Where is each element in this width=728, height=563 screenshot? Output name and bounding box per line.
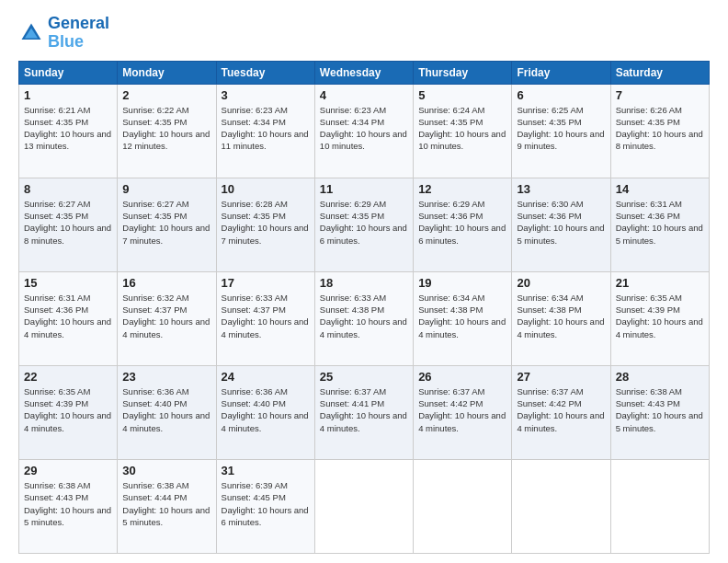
table-row: 21 Sunrise: 6:35 AM Sunset: 4:39 PM Dayl… <box>610 271 709 365</box>
table-row: 3 Sunrise: 6:23 AM Sunset: 4:34 PM Dayli… <box>216 84 314 178</box>
day-number: 31 <box>222 464 310 477</box>
day-number: 7 <box>616 88 704 102</box>
day-number: 14 <box>616 182 704 196</box>
day-number: 26 <box>418 370 506 384</box>
day-info: Sunrise: 6:35 AM Sunset: 4:39 PM Dayligh… <box>24 385 112 434</box>
table-row: 10 Sunrise: 6:28 AM Sunset: 4:35 PM Dayl… <box>216 178 314 271</box>
day-number: 10 <box>222 182 310 196</box>
header-thursday: Thursday <box>414 61 512 84</box>
day-number: 25 <box>320 370 408 384</box>
day-info: Sunrise: 6:28 AM Sunset: 4:35 PM Dayligh… <box>222 198 310 247</box>
day-info: Sunrise: 6:32 AM Sunset: 4:37 PM Dayligh… <box>122 292 210 340</box>
logo-icon <box>18 20 44 46</box>
day-number: 15 <box>24 276 112 290</box>
header-friday: Friday <box>512 61 610 84</box>
table-row: 1 Sunrise: 6:21 AM Sunset: 4:35 PM Dayli… <box>19 84 118 178</box>
day-info: Sunrise: 6:29 AM Sunset: 4:36 PM Dayligh… <box>418 198 506 247</box>
table-row: 30 Sunrise: 6:38 AM Sunset: 4:44 PM Dayl… <box>118 459 216 553</box>
table-row: 8 Sunrise: 6:27 AM Sunset: 4:35 PM Dayli… <box>19 178 118 271</box>
table-row: 20 Sunrise: 6:34 AM Sunset: 4:38 PM Dayl… <box>512 271 610 365</box>
day-info: Sunrise: 6:38 AM Sunset: 4:43 PM Dayligh… <box>24 479 112 528</box>
header-tuesday: Tuesday <box>216 61 314 84</box>
day-number: 4 <box>320 88 408 102</box>
table-row: 19 Sunrise: 6:34 AM Sunset: 4:38 PM Dayl… <box>414 271 512 365</box>
day-info: Sunrise: 6:34 AM Sunset: 4:38 PM Dayligh… <box>418 292 506 340</box>
day-info: Sunrise: 6:37 AM Sunset: 4:42 PM Dayligh… <box>418 385 506 434</box>
table-row: 31 Sunrise: 6:39 AM Sunset: 4:45 PM Dayl… <box>216 459 314 553</box>
table-row <box>512 459 610 553</box>
header-wednesday: Wednesday <box>314 61 413 84</box>
table-row: 29 Sunrise: 6:38 AM Sunset: 4:43 PM Dayl… <box>19 459 118 553</box>
table-row: 7 Sunrise: 6:26 AM Sunset: 4:35 PM Dayli… <box>610 84 709 178</box>
header-sunday: Sunday <box>19 61 118 84</box>
day-number: 24 <box>222 370 310 384</box>
day-number: 2 <box>122 88 210 102</box>
day-info: Sunrise: 6:23 AM Sunset: 4:34 PM Dayligh… <box>320 104 408 153</box>
day-number: 18 <box>320 276 408 290</box>
day-number: 17 <box>222 276 310 290</box>
day-info: Sunrise: 6:37 AM Sunset: 4:42 PM Dayligh… <box>517 385 605 434</box>
day-number: 16 <box>122 276 210 290</box>
day-info: Sunrise: 6:33 AM Sunset: 4:37 PM Dayligh… <box>222 292 310 340</box>
day-info: Sunrise: 6:27 AM Sunset: 4:35 PM Dayligh… <box>24 198 112 247</box>
day-info: Sunrise: 6:38 AM Sunset: 4:43 PM Dayligh… <box>616 385 704 434</box>
logo: General Blue <box>18 15 109 52</box>
day-info: Sunrise: 6:31 AM Sunset: 4:36 PM Dayligh… <box>616 198 704 247</box>
table-row: 22 Sunrise: 6:35 AM Sunset: 4:39 PM Dayl… <box>19 365 118 459</box>
table-row: 4 Sunrise: 6:23 AM Sunset: 4:34 PM Dayli… <box>314 84 413 178</box>
table-row: 12 Sunrise: 6:29 AM Sunset: 4:36 PM Dayl… <box>414 178 512 271</box>
table-row: 27 Sunrise: 6:37 AM Sunset: 4:42 PM Dayl… <box>512 365 610 459</box>
calendar-header-row: Sunday Monday Tuesday Wednesday Thursday… <box>19 61 710 84</box>
day-info: Sunrise: 6:25 AM Sunset: 4:35 PM Dayligh… <box>517 104 605 153</box>
table-row: 6 Sunrise: 6:25 AM Sunset: 4:35 PM Dayli… <box>512 84 610 178</box>
day-number: 22 <box>24 370 112 384</box>
calendar-table: Sunday Monday Tuesday Wednesday Thursday… <box>18 61 710 554</box>
day-number: 13 <box>517 182 605 196</box>
day-info: Sunrise: 6:30 AM Sunset: 4:36 PM Dayligh… <box>517 198 605 247</box>
day-number: 30 <box>122 464 210 477</box>
day-number: 29 <box>24 464 112 477</box>
header-saturday: Saturday <box>610 61 709 84</box>
page: General Blue Sunday Monday Tuesday Wedne… <box>0 0 728 563</box>
day-number: 20 <box>517 276 605 290</box>
day-number: 11 <box>320 182 408 196</box>
table-row: 2 Sunrise: 6:22 AM Sunset: 4:35 PM Dayli… <box>118 84 216 178</box>
day-info: Sunrise: 6:27 AM Sunset: 4:35 PM Dayligh… <box>122 198 210 247</box>
day-info: Sunrise: 6:36 AM Sunset: 4:40 PM Dayligh… <box>222 385 310 434</box>
table-row: 18 Sunrise: 6:33 AM Sunset: 4:38 PM Dayl… <box>314 271 413 365</box>
day-number: 28 <box>616 370 704 384</box>
day-number: 12 <box>418 182 506 196</box>
day-number: 19 <box>418 276 506 290</box>
day-number: 23 <box>122 370 210 384</box>
day-info: Sunrise: 6:26 AM Sunset: 4:35 PM Dayligh… <box>616 104 704 153</box>
day-info: Sunrise: 6:33 AM Sunset: 4:38 PM Dayligh… <box>320 292 408 340</box>
day-info: Sunrise: 6:21 AM Sunset: 4:35 PM Dayligh… <box>24 104 112 153</box>
day-info: Sunrise: 6:31 AM Sunset: 4:36 PM Dayligh… <box>24 292 112 340</box>
header: General Blue <box>18 15 710 52</box>
day-info: Sunrise: 6:24 AM Sunset: 4:35 PM Dayligh… <box>418 104 506 153</box>
day-number: 5 <box>418 88 506 102</box>
header-monday: Monday <box>118 61 216 84</box>
table-row: 11 Sunrise: 6:29 AM Sunset: 4:35 PM Dayl… <box>314 178 413 271</box>
table-row: 25 Sunrise: 6:37 AM Sunset: 4:41 PM Dayl… <box>314 365 413 459</box>
logo-text: General Blue <box>48 15 109 52</box>
day-number: 21 <box>616 276 704 290</box>
table-row: 13 Sunrise: 6:30 AM Sunset: 4:36 PM Dayl… <box>512 178 610 271</box>
table-row: 23 Sunrise: 6:36 AM Sunset: 4:40 PM Dayl… <box>118 365 216 459</box>
day-number: 8 <box>24 182 112 196</box>
day-number: 3 <box>222 88 310 102</box>
day-info: Sunrise: 6:35 AM Sunset: 4:39 PM Dayligh… <box>616 292 704 340</box>
table-row: 14 Sunrise: 6:31 AM Sunset: 4:36 PM Dayl… <box>610 178 709 271</box>
day-info: Sunrise: 6:37 AM Sunset: 4:41 PM Dayligh… <box>320 385 408 434</box>
day-info: Sunrise: 6:23 AM Sunset: 4:34 PM Dayligh… <box>222 104 310 153</box>
day-info: Sunrise: 6:39 AM Sunset: 4:45 PM Dayligh… <box>222 479 310 528</box>
table-row: 16 Sunrise: 6:32 AM Sunset: 4:37 PM Dayl… <box>118 271 216 365</box>
table-row <box>314 459 413 553</box>
day-number: 1 <box>24 88 112 102</box>
table-row <box>414 459 512 553</box>
day-info: Sunrise: 6:34 AM Sunset: 4:38 PM Dayligh… <box>517 292 605 340</box>
day-info: Sunrise: 6:29 AM Sunset: 4:35 PM Dayligh… <box>320 198 408 247</box>
table-row: 5 Sunrise: 6:24 AM Sunset: 4:35 PM Dayli… <box>414 84 512 178</box>
table-row: 24 Sunrise: 6:36 AM Sunset: 4:40 PM Dayl… <box>216 365 314 459</box>
table-row <box>610 459 709 553</box>
